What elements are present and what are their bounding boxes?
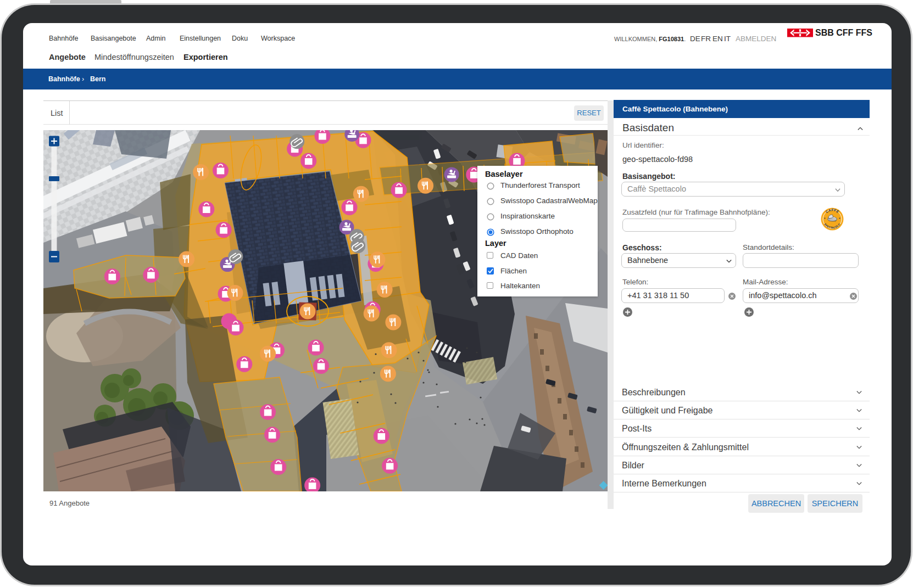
svg-text:SBB CFF FFS: SBB CFF FFS (815, 29, 872, 37)
